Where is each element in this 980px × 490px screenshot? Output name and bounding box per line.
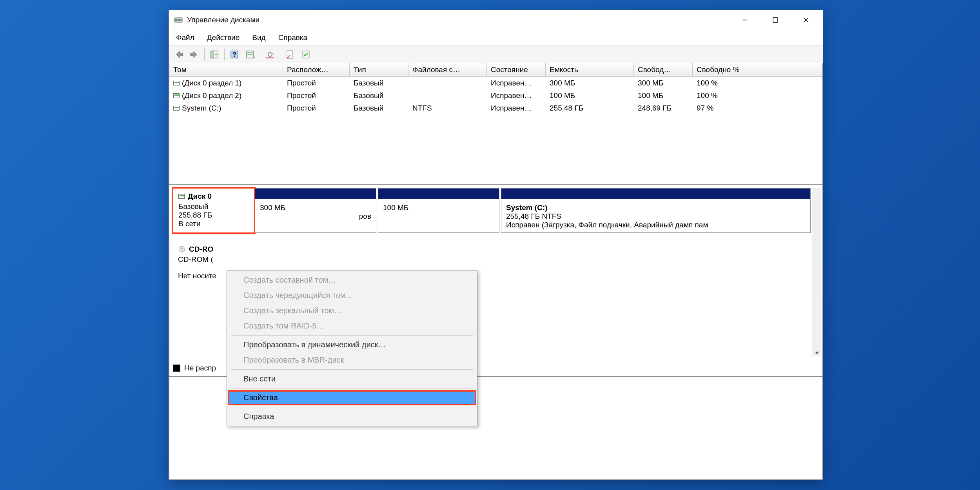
col-status[interactable]: Состояние [487, 63, 546, 76]
svg-point-20 [181, 249, 183, 250]
back-button[interactable] [172, 48, 185, 61]
ctx-convert-dynamic[interactable]: Преобразовать в динамический диск… [228, 337, 476, 352]
window-title: Управление дисками [187, 16, 730, 24]
disk-title: Диск 0 [188, 192, 212, 201]
separator [231, 369, 473, 370]
partition-system[interactable]: System (C:)255,48 ГБ NTFSИсправен (Загру… [501, 188, 810, 233]
svg-point-17 [287, 57, 289, 58]
volume-row[interactable]: (Диск 0 раздел 2) ПростойБазовыйИсправен… [169, 89, 822, 102]
toolbar: ? [169, 45, 823, 63]
menu-view[interactable]: Вид [250, 33, 267, 43]
col-filesystem[interactable]: Файловая с… [408, 63, 487, 76]
app-icon [174, 15, 183, 25]
col-capacity[interactable]: Емкость [546, 63, 634, 76]
ctx-offline[interactable]: Вне сети [228, 371, 476, 387]
ctx-spanned-volume[interactable]: Создать составной том… [228, 272, 476, 288]
volume-icon [173, 106, 180, 111]
svg-rect-1 [175, 19, 178, 21]
legend: Не распр [173, 364, 216, 372]
menu-file[interactable]: Файл [174, 33, 196, 43]
partition-title: System (C:) [506, 203, 548, 212]
volume-header[interactable]: Том Располож… Тип Файловая с… Состояние … [169, 63, 822, 77]
volume-name: (Диск 0 раздел 2) [182, 91, 241, 100]
refresh-button[interactable] [263, 48, 277, 61]
more-actions-icon[interactable] [299, 48, 312, 61]
minimize-button[interactable] [730, 11, 760, 29]
separator [204, 49, 205, 60]
context-menu: Создать составной том… Создать чередующи… [227, 270, 477, 426]
svg-rect-4 [773, 18, 778, 22]
col-type[interactable]: Тип [350, 63, 408, 76]
col-freepct[interactable]: Свободно % [693, 63, 771, 76]
vertical-scrollbar[interactable] [812, 188, 821, 356]
separator [224, 49, 225, 60]
close-button[interactable] [791, 11, 821, 29]
svg-rect-13 [247, 54, 253, 55]
ctx-mirror-volume[interactable]: Создать зеркальный том… [228, 303, 476, 318]
separator [280, 49, 280, 60]
partition[interactable]: 300 МБров [255, 188, 376, 233]
legend-swatch-unallocated [173, 365, 180, 372]
volume-icon [173, 81, 180, 85]
show-hide-tree-button[interactable] [208, 48, 221, 61]
volume-name: System (C:) [182, 104, 221, 113]
cdrom-icon [178, 245, 186, 253]
volume-row[interactable]: System (C:) ПростойБазовыйNTFSИсправен…2… [169, 102, 822, 114]
separator [260, 49, 260, 60]
svg-rect-15 [266, 57, 274, 58]
help-button[interactable]: ? [228, 48, 241, 61]
cdrom-title: CD-RO [189, 245, 213, 254]
ctx-raid5-volume[interactable]: Создать том RAID-5… [228, 318, 476, 334]
properties-icon[interactable] [283, 48, 297, 61]
ctx-striped-volume[interactable]: Создать чередующийся том… [228, 288, 476, 303]
separator [231, 388, 473, 388]
disk-status: В сети [178, 220, 249, 228]
col-volume[interactable]: Том [169, 63, 283, 76]
disk0-label[interactable]: Диск 0 Базовый 255,88 ГБ В сети [172, 188, 255, 233]
svg-rect-2 [178, 19, 181, 21]
volume-name: (Диск 0 раздел 1) [182, 79, 241, 87]
volume-list[interactable]: Том Располож… Тип Файловая с… Состояние … [169, 63, 822, 185]
volume-icon [173, 93, 180, 98]
action-list-button[interactable] [243, 48, 257, 61]
svg-text:?: ? [232, 51, 236, 58]
separator [231, 407, 473, 407]
titlebar[interactable]: Управление дисками [169, 10, 823, 30]
ctx-properties[interactable]: Свойства [228, 390, 476, 405]
disk-row: Диск 0 Базовый 255,88 ГБ В сети 300 МБро… [172, 188, 811, 233]
col-free[interactable]: Свобод… [634, 63, 693, 76]
forward-button[interactable] [188, 48, 201, 61]
menubar: Файл Действие Вид Справка [169, 30, 823, 45]
maximize-button[interactable] [760, 11, 791, 29]
disk-size: 255,88 ГБ [178, 211, 249, 220]
disk-type: Базовый [178, 202, 249, 211]
ctx-convert-mbr[interactable]: Преобразовать в MBR-диск [228, 352, 476, 368]
legend-label: Не распр [184, 364, 216, 372]
disk-icon [178, 194, 185, 199]
partition[interactable]: 100 МБ [378, 188, 499, 233]
svg-rect-12 [247, 52, 253, 53]
col-layout[interactable]: Располож… [283, 63, 350, 76]
ctx-help[interactable]: Справка [228, 409, 476, 424]
menu-help[interactable]: Справка [277, 33, 309, 43]
volume-row[interactable]: (Диск 0 раздел 1) ПростойБазовыйИсправен… [169, 77, 822, 89]
svg-point-14 [268, 53, 272, 56]
svg-rect-8 [211, 51, 213, 58]
menu-action[interactable]: Действие [205, 33, 241, 43]
separator [231, 335, 473, 336]
